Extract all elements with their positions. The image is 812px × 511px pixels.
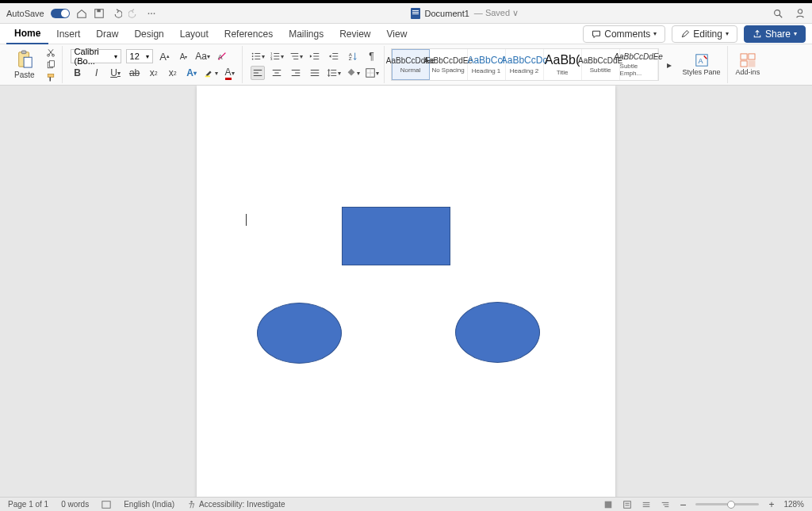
saved-state[interactable]: — Saved ∨ (474, 8, 519, 18)
highlight-icon[interactable]: ▾ (204, 66, 218, 80)
overflow-icon[interactable] (146, 8, 157, 19)
font-name-value: Calibri (Bo... (75, 47, 114, 66)
addins-label: Add-ins (736, 69, 760, 77)
chevron-down-icon: ▾ (653, 30, 657, 37)
print-layout-icon[interactable] (622, 500, 632, 509)
bullets-icon[interactable]: ▾ (251, 49, 265, 63)
align-center-icon[interactable] (270, 66, 284, 80)
spellcheck-icon[interactable] (102, 500, 111, 509)
increase-indent-icon[interactable] (327, 49, 341, 63)
font-size-select[interactable]: 12▾ (126, 49, 153, 63)
sort-icon[interactable]: AZ (346, 49, 360, 63)
font-size-value: 12 (130, 51, 140, 61)
bold-button[interactable]: B (71, 66, 85, 80)
ribbon: Paste Calibri (Bo...▾ 12▾ A▴ A▾ Aa▾ A B … (0, 44, 812, 86)
line-spacing-icon[interactable]: ▾ (327, 66, 341, 80)
tab-home[interactable]: Home (6, 24, 48, 44)
tab-layout[interactable]: Layout (172, 24, 216, 44)
save-icon[interactable] (94, 8, 105, 19)
show-hide-icon[interactable]: ¶ (365, 49, 379, 63)
redo-icon[interactable] (128, 8, 140, 19)
numbering-icon[interactable]: 123▾ (270, 49, 284, 63)
page-count[interactable]: Page 1 of 1 (8, 500, 48, 509)
paste-button[interactable]: Paste (10, 48, 40, 81)
statusbar: Page 1 of 1 0 words English (India) Acce… (0, 497, 812, 511)
borders-icon[interactable]: ▾ (365, 66, 379, 80)
shrink-font-icon[interactable]: A▾ (177, 49, 191, 63)
zoom-in-button[interactable]: + (768, 499, 774, 510)
style-title[interactable]: AaBb(Title (544, 49, 582, 80)
document-page[interactable] (197, 86, 615, 497)
cut-icon[interactable] (44, 47, 57, 58)
svg-point-33 (190, 501, 192, 502)
multilevel-icon[interactable]: ▾ (289, 49, 303, 63)
word-count[interactable]: 0 words (61, 500, 89, 509)
tab-mailings[interactable]: Mailings (281, 24, 331, 44)
style-gallery: AaBbCcDdEeNormalAaBbCcDdEeNo SpacingAaBb… (391, 48, 659, 81)
tab-view[interactable]: View (379, 24, 416, 44)
svg-text:A: A (698, 56, 703, 64)
underline-button[interactable]: U▾ (109, 66, 123, 80)
decrease-indent-icon[interactable] (308, 49, 322, 63)
font-color-icon[interactable]: A▾ (223, 66, 237, 80)
subscript-button[interactable]: x2 (147, 66, 161, 80)
comments-button[interactable]: Comments ▾ (583, 25, 665, 43)
tab-references[interactable]: References (216, 24, 281, 44)
text-effects-icon[interactable]: A▾ (185, 66, 199, 80)
style-no-spacing[interactable]: AaBbCcDdEeNo Spacing (430, 49, 468, 80)
share-button[interactable]: Share ▾ (744, 25, 806, 43)
editing-button[interactable]: Editing ▾ (672, 25, 737, 43)
style-subtle-emph-[interactable]: AaBbCcDdEeSubtle Emph... (620, 49, 658, 80)
justify-icon[interactable] (308, 66, 322, 80)
shading-icon[interactable]: ▾ (346, 66, 360, 80)
italic-button[interactable]: I (90, 66, 104, 80)
svg-rect-9 (24, 57, 32, 67)
svg-rect-30 (741, 60, 747, 66)
account-icon[interactable] (795, 8, 806, 19)
home-icon[interactable] (76, 8, 87, 19)
accessibility-status[interactable]: Accessibility: Investigate (187, 500, 285, 509)
zoom-slider[interactable] (695, 503, 759, 505)
language-status[interactable]: English (India) (124, 500, 174, 509)
style-heading-2[interactable]: AaBbCcDcHeading 2 (506, 49, 544, 80)
web-layout-icon[interactable] (642, 500, 651, 509)
workspace[interactable] (0, 86, 812, 497)
clear-format-icon[interactable]: A (215, 49, 229, 63)
superscript-button[interactable]: x2 (166, 66, 180, 80)
tab-insert[interactable]: Insert (48, 24, 88, 44)
style-normal[interactable]: AaBbCcDdEeNormal (392, 49, 430, 80)
copy-icon[interactable] (44, 59, 57, 71)
zoom-out-button[interactable]: − (680, 498, 686, 511)
grow-font-icon[interactable]: A▴ (158, 49, 172, 63)
shape-rectangle[interactable] (342, 207, 450, 265)
strikethrough-button[interactable]: ab (128, 66, 142, 80)
styles-pane-button[interactable]: A Styles Pane (680, 46, 724, 83)
tab-draw[interactable]: Draw (88, 24, 126, 44)
addins-button[interactable]: Add-ins (733, 53, 764, 77)
group-paragraph: ▾ 123▾ ▾ AZ ¶ ▾ ▾ ▾ (246, 46, 385, 83)
font-name-select[interactable]: Calibri (Bo...▾ (71, 49, 121, 63)
svg-point-17 (251, 53, 253, 55)
undo-icon[interactable] (111, 8, 122, 19)
chevron-down-icon: ▾ (726, 30, 729, 37)
focus-view-icon[interactable] (603, 500, 613, 509)
style-heading-1[interactable]: AaBbCcIHeading 1 (468, 49, 506, 80)
group-clipboard: Paste (5, 46, 63, 83)
style-gallery-more[interactable]: ▸ (662, 58, 676, 72)
align-left-icon[interactable] (251, 66, 265, 80)
outline-view-icon[interactable] (661, 500, 670, 509)
search-icon[interactable] (772, 8, 783, 19)
document-icon (411, 8, 420, 19)
shape-oval[interactable] (455, 302, 540, 363)
shape-oval[interactable] (257, 303, 342, 364)
autosave-toggle[interactable] (51, 9, 70, 18)
change-case-icon[interactable]: Aa▾ (196, 49, 210, 63)
format-painter-icon[interactable] (44, 72, 57, 83)
tab-design[interactable]: Design (126, 24, 171, 44)
svg-rect-35 (624, 501, 631, 508)
align-right-icon[interactable] (289, 66, 303, 80)
zoom-value[interactable]: 128% (783, 500, 804, 509)
text-cursor (246, 214, 247, 226)
tab-review[interactable]: Review (331, 24, 378, 44)
svg-point-4 (153, 13, 155, 14)
